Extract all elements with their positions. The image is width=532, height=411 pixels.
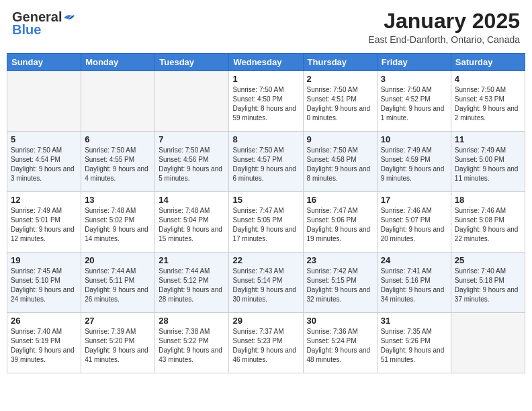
calendar-day-cell [451, 313, 525, 373]
day-number: 13 [85, 195, 151, 205]
day-info: Sunrise: 7:50 AM Sunset: 4:53 PM Dayligh… [455, 85, 521, 123]
weekday-header-wednesday: Wednesday [229, 54, 303, 71]
day-number: 11 [455, 134, 521, 144]
calendar-day-cell: 13Sunrise: 7:48 AM Sunset: 5:02 PM Dayli… [81, 192, 155, 253]
calendar-day-cell: 25Sunrise: 7:40 AM Sunset: 5:18 PM Dayli… [451, 253, 525, 313]
day-info: Sunrise: 7:40 AM Sunset: 5:19 PM Dayligh… [11, 327, 77, 365]
day-info: Sunrise: 7:46 AM Sunset: 5:07 PM Dayligh… [381, 206, 447, 244]
calendar-day-cell: 31Sunrise: 7:35 AM Sunset: 5:26 PM Dayli… [377, 313, 451, 373]
day-info: Sunrise: 7:50 AM Sunset: 4:50 PM Dayligh… [232, 85, 299, 123]
calendar-day-cell: 2Sunrise: 7:50 AM Sunset: 4:51 PM Daylig… [303, 71, 377, 132]
day-number: 21 [159, 255, 225, 265]
weekday-header-friday: Friday [377, 54, 451, 71]
day-number: 19 [11, 255, 77, 265]
day-number: 2 [307, 74, 373, 84]
day-info: Sunrise: 7:50 AM Sunset: 4:52 PM Dayligh… [381, 85, 447, 123]
calendar-table: SundayMondayTuesdayWednesdayThursdayFrid… [7, 53, 525, 373]
day-info: Sunrise: 7:39 AM Sunset: 5:20 PM Dayligh… [85, 327, 151, 365]
calendar-day-cell: 20Sunrise: 7:44 AM Sunset: 5:11 PM Dayli… [81, 253, 155, 313]
calendar-day-cell: 12Sunrise: 7:49 AM Sunset: 5:01 PM Dayli… [7, 192, 81, 253]
calendar-day-cell: 1Sunrise: 7:50 AM Sunset: 4:50 PM Daylig… [229, 71, 303, 132]
day-info: Sunrise: 7:50 AM Sunset: 4:56 PM Dayligh… [159, 146, 225, 183]
day-number: 14 [159, 195, 225, 205]
day-number: 30 [307, 316, 373, 326]
day-info: Sunrise: 7:41 AM Sunset: 5:16 PM Dayligh… [381, 267, 447, 304]
calendar-day-cell: 26Sunrise: 7:40 AM Sunset: 5:19 PM Dayli… [7, 313, 81, 373]
day-number: 10 [381, 134, 447, 144]
calendar-day-cell: 9Sunrise: 7:50 AM Sunset: 4:58 PM Daylig… [303, 132, 377, 192]
calendar-day-cell: 8Sunrise: 7:50 AM Sunset: 4:57 PM Daylig… [229, 132, 303, 192]
weekday-header-monday: Monday [81, 54, 155, 71]
day-number: 8 [232, 134, 299, 144]
day-info: Sunrise: 7:43 AM Sunset: 5:14 PM Dayligh… [232, 267, 299, 304]
day-number: 24 [381, 255, 447, 265]
day-info: Sunrise: 7:37 AM Sunset: 5:23 PM Dayligh… [232, 327, 299, 365]
day-number: 5 [11, 134, 77, 144]
day-info: Sunrise: 7:49 AM Sunset: 5:00 PM Dayligh… [455, 146, 521, 183]
day-number: 4 [455, 74, 521, 84]
day-info: Sunrise: 7:45 AM Sunset: 5:10 PM Dayligh… [11, 267, 77, 304]
header: General Blue January 2025 East End-Danfo… [7, 7, 525, 48]
calendar-week-row: 19Sunrise: 7:45 AM Sunset: 5:10 PM Dayli… [7, 253, 525, 313]
day-number: 7 [159, 134, 225, 144]
day-number: 6 [85, 134, 151, 144]
day-number: 26 [11, 316, 77, 326]
day-info: Sunrise: 7:47 AM Sunset: 5:05 PM Dayligh… [232, 206, 299, 244]
calendar-week-row: 26Sunrise: 7:40 AM Sunset: 5:19 PM Dayli… [7, 313, 525, 373]
calendar-day-cell: 14Sunrise: 7:48 AM Sunset: 5:04 PM Dayli… [155, 192, 229, 253]
day-info: Sunrise: 7:48 AM Sunset: 5:02 PM Dayligh… [85, 206, 151, 244]
calendar-day-cell: 11Sunrise: 7:49 AM Sunset: 5:00 PM Dayli… [451, 132, 525, 192]
day-info: Sunrise: 7:44 AM Sunset: 5:12 PM Dayligh… [159, 267, 225, 304]
day-number: 15 [232, 195, 299, 205]
day-info: Sunrise: 7:50 AM Sunset: 4:51 PM Dayligh… [307, 85, 373, 123]
day-number: 1 [232, 74, 299, 84]
calendar-day-cell [7, 71, 81, 132]
weekday-header-tuesday: Tuesday [155, 54, 229, 71]
logo: General Blue [12, 9, 75, 38]
calendar-day-cell: 16Sunrise: 7:47 AM Sunset: 5:06 PM Dayli… [303, 192, 377, 253]
weekday-header-sunday: Sunday [7, 54, 81, 71]
calendar-day-cell: 15Sunrise: 7:47 AM Sunset: 5:05 PM Dayli… [229, 192, 303, 253]
day-info: Sunrise: 7:47 AM Sunset: 5:06 PM Dayligh… [307, 206, 373, 244]
calendar-day-cell: 17Sunrise: 7:46 AM Sunset: 5:07 PM Dayli… [377, 192, 451, 253]
calendar-day-cell: 29Sunrise: 7:37 AM Sunset: 5:23 PM Dayli… [229, 313, 303, 373]
day-info: Sunrise: 7:50 AM Sunset: 4:54 PM Dayligh… [11, 146, 77, 183]
day-info: Sunrise: 7:40 AM Sunset: 5:18 PM Dayligh… [455, 267, 521, 304]
day-number: 12 [11, 195, 77, 205]
calendar-day-cell: 10Sunrise: 7:49 AM Sunset: 4:59 PM Dayli… [377, 132, 451, 192]
calendar-day-cell: 7Sunrise: 7:50 AM Sunset: 4:56 PM Daylig… [155, 132, 229, 192]
day-info: Sunrise: 7:38 AM Sunset: 5:22 PM Dayligh… [159, 327, 225, 365]
day-number: 25 [455, 255, 521, 265]
calendar-day-cell: 18Sunrise: 7:46 AM Sunset: 5:08 PM Dayli… [451, 192, 525, 253]
day-number: 16 [307, 195, 373, 205]
day-number: 22 [232, 255, 299, 265]
calendar-day-cell: 21Sunrise: 7:44 AM Sunset: 5:12 PM Dayli… [155, 253, 229, 313]
calendar-day-cell: 19Sunrise: 7:45 AM Sunset: 5:10 PM Dayli… [7, 253, 81, 313]
weekday-header-thursday: Thursday [303, 54, 377, 71]
day-info: Sunrise: 7:50 AM Sunset: 4:55 PM Dayligh… [85, 146, 151, 183]
day-info: Sunrise: 7:35 AM Sunset: 5:26 PM Dayligh… [381, 327, 447, 365]
day-info: Sunrise: 7:44 AM Sunset: 5:11 PM Dayligh… [85, 267, 151, 304]
calendar-day-cell: 6Sunrise: 7:50 AM Sunset: 4:55 PM Daylig… [81, 132, 155, 192]
day-number: 31 [381, 316, 447, 326]
day-info: Sunrise: 7:36 AM Sunset: 5:24 PM Dayligh… [307, 327, 373, 365]
location-title: East End-Danforth, Ontario, Canada [368, 34, 520, 45]
calendar-day-cell: 3Sunrise: 7:50 AM Sunset: 4:52 PM Daylig… [377, 71, 451, 132]
month-title: January 2025 [368, 9, 520, 33]
day-number: 20 [85, 255, 151, 265]
weekday-header-row: SundayMondayTuesdayWednesdayThursdayFrid… [7, 54, 525, 71]
day-number: 27 [85, 316, 151, 326]
calendar-day-cell: 30Sunrise: 7:36 AM Sunset: 5:24 PM Dayli… [303, 313, 377, 373]
title-area: January 2025 East End-Danforth, Ontario,… [368, 9, 520, 45]
calendar-week-row: 5Sunrise: 7:50 AM Sunset: 4:54 PM Daylig… [7, 132, 525, 192]
day-info: Sunrise: 7:49 AM Sunset: 4:59 PM Dayligh… [381, 146, 447, 183]
weekday-header-saturday: Saturday [451, 54, 525, 71]
calendar-day-cell [155, 71, 229, 132]
day-info: Sunrise: 7:50 AM Sunset: 4:57 PM Dayligh… [232, 146, 299, 183]
calendar-week-row: 12Sunrise: 7:49 AM Sunset: 5:01 PM Dayli… [7, 192, 525, 253]
calendar-week-row: 1Sunrise: 7:50 AM Sunset: 4:50 PM Daylig… [7, 71, 525, 132]
day-info: Sunrise: 7:46 AM Sunset: 5:08 PM Dayligh… [455, 206, 521, 244]
day-info: Sunrise: 7:48 AM Sunset: 5:04 PM Dayligh… [159, 206, 225, 244]
calendar-day-cell: 5Sunrise: 7:50 AM Sunset: 4:54 PM Daylig… [7, 132, 81, 192]
calendar-day-cell: 28Sunrise: 7:38 AM Sunset: 5:22 PM Dayli… [155, 313, 229, 373]
